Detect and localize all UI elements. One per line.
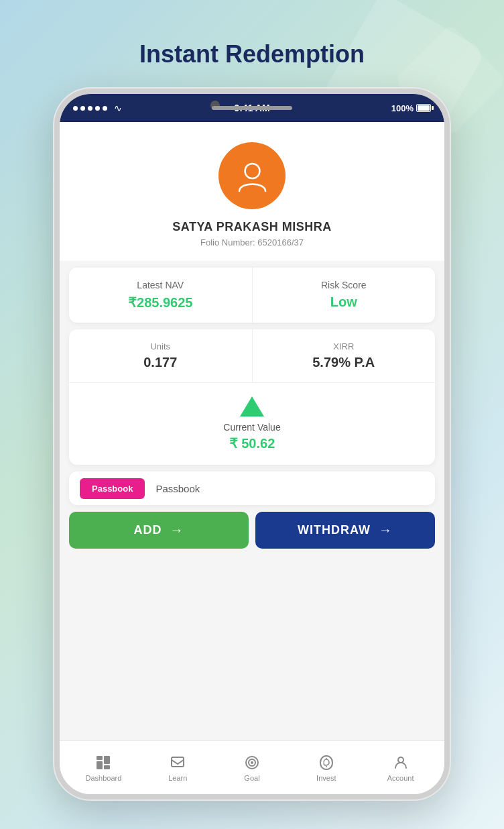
battery-fill [418,105,430,111]
action-buttons: ADD → WITHDRAW → [69,512,435,549]
account-icon [392,754,410,771]
phone-speaker [212,106,292,110]
phone-content: SATYA PRAKASH MISHRA Folio Number: 65201… [60,122,444,794]
svg-rect-4 [104,765,110,769]
add-button[interactable]: ADD → [69,512,249,549]
nav-item-invest[interactable]: Invest [289,754,363,782]
folio-number: Folio Number: 6520166/37 [200,237,304,247]
xirr-value: 5.79% P.A [266,355,422,370]
signal-dot [80,106,85,111]
invest-nav-label: Invest [316,774,336,782]
bottom-nav: Dashboard Learn [60,740,444,794]
page-title: Instant Redemption [139,40,365,68]
goal-nav-label: Goal [244,774,259,782]
current-value-amount: ₹ 50.62 [229,435,275,451]
learn-icon [169,754,186,771]
nav-stat: Latest NAV ₹285.9625 [69,268,253,323]
current-value-section: Current Value ₹ 50.62 [69,383,435,451]
passbook-section: Passbook Passbook [69,472,435,505]
nav-value: ₹285.9625 [82,294,239,311]
svg-point-8 [251,761,253,764]
dashboard-nav-label: Dashboard [85,774,121,782]
svg-rect-2 [97,761,103,769]
dashboard-icon [94,754,112,771]
battery-indicator: 100% [391,103,431,113]
account-nav-label: Account [387,774,414,782]
svg-point-11 [398,757,403,763]
invest-icon [318,754,335,771]
xirr-stat: XIRR 5.79% P.A [253,329,436,382]
units-stat: Units 0.177 [69,329,253,382]
invest-card: Units 0.177 XIRR 5.79% P.A Current Value… [69,329,435,465]
withdraw-button-label: WITHDRAW [298,523,371,537]
nav-item-learn[interactable]: Learn [141,754,215,782]
xirr-label: XIRR [266,341,422,351]
nav-item-dashboard[interactable]: Dashboard [66,754,141,782]
risk-label: Risk Score [266,280,422,290]
svg-rect-1 [97,756,103,760]
units-label: Units [82,341,239,351]
user-name: SATYA PRAKASH MISHRA [172,220,331,234]
side-button-volume-down [54,228,56,258]
units-value: 0.177 [82,355,239,370]
nav-label: Latest NAV [82,280,239,290]
nav-risk-card: Latest NAV ₹285.9625 Risk Score Low [69,268,435,323]
svg-rect-3 [104,756,110,764]
passbook-tab-button[interactable]: Passbook [80,478,145,499]
add-arrow-icon: → [170,522,184,538]
nav-item-goal[interactable]: Goal [215,754,290,782]
trend-up-icon [240,396,264,417]
goal-icon [243,754,261,771]
withdraw-button[interactable]: WITHDRAW → [255,512,435,549]
wifi-icon: ∿ [114,103,122,113]
avatar [218,142,286,209]
current-value-label: Current Value [223,422,280,433]
side-button-volume-up [54,188,56,218]
side-button-power [448,208,450,255]
signal-dot [88,106,92,111]
profile-section: SATYA PRAKASH MISHRA Folio Number: 65201… [60,122,444,261]
signal-dot [73,106,78,111]
add-button-label: ADD [134,523,162,537]
svg-point-0 [245,164,259,178]
risk-stat: Risk Score Low [253,268,436,323]
signal-dot [95,106,100,111]
battery-icon [416,104,431,112]
battery-percentage: 100% [391,103,414,113]
signal-dot [103,106,107,111]
risk-value: Low [266,294,422,310]
phone-frame: ∿ 9:41 AM 100% SATYA PRAKASH MISHRA Foli… [54,89,450,799]
learn-nav-label: Learn [168,774,187,782]
withdraw-arrow-icon: → [379,522,393,538]
nav-item-account[interactable]: Account [363,754,438,782]
avatar-icon [234,158,271,195]
invest-row: Units 0.177 XIRR 5.79% P.A [69,329,435,383]
stats-row: Latest NAV ₹285.9625 Risk Score Low [69,268,435,323]
passbook-label: Passbook [155,483,200,494]
signal-indicator: ∿ [73,103,122,113]
